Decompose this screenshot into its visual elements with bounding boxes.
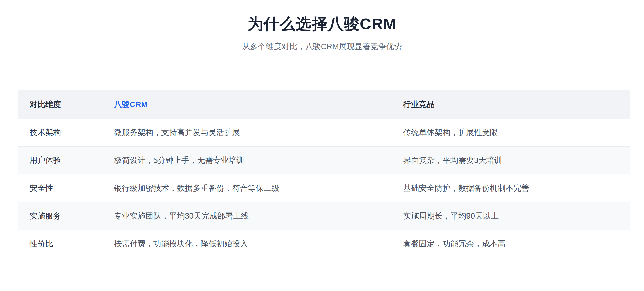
page-title: 为什么选择八骏CRM — [0, 14, 644, 34]
section-header: 为什么选择八骏CRM 从多个维度对比，八骏CRM展现显著竞争优势 — [0, 0, 644, 52]
bajun-cell: 微服务架构，支持高并发与灵活扩展 — [103, 119, 392, 146]
bajun-cell: 银行级加密技术，数据多重备份，符合等保三级 — [103, 174, 392, 202]
competitor-cell: 界面复杂，平均需要3天培训 — [392, 146, 630, 174]
dimension-cell: 安全性 — [18, 174, 103, 202]
why-choose-section: 为什么选择八骏CRM 从多个维度对比，八骏CRM展现显著竞争优势 对比维度 八骏… — [0, 0, 644, 291]
comparison-table: 对比维度 八骏CRM 行业竞品 技术架构 微服务架构，支持高并发与灵活扩展 传统… — [18, 90, 630, 258]
competitor-cell: 实施周期长，平均90天以上 — [392, 202, 630, 230]
comparison-table-wrapper: 对比维度 八骏CRM 行业竞品 技术架构 微服务架构，支持高并发与灵活扩展 传统… — [18, 90, 630, 258]
column-header-bajun-crm: 八骏CRM — [103, 90, 392, 119]
dimension-cell: 性价比 — [18, 230, 103, 258]
competitor-cell: 传统单体架构，扩展性受限 — [392, 119, 630, 146]
column-header-dimension: 对比维度 — [18, 90, 103, 119]
table-row: 实施服务 专业实施团队，平均30天完成部署上线 实施周期长，平均90天以上 — [18, 202, 630, 230]
dimension-cell: 实施服务 — [18, 202, 103, 230]
column-header-competitor: 行业竞品 — [392, 90, 630, 119]
table-row: 性价比 按需付费，功能模块化，降低初始投入 套餐固定，功能冗余，成本高 — [18, 230, 630, 258]
competitor-cell: 套餐固定，功能冗余，成本高 — [392, 230, 630, 258]
table-row: 技术架构 微服务架构，支持高并发与灵活扩展 传统单体架构，扩展性受限 — [18, 119, 630, 146]
dimension-cell: 用户体验 — [18, 146, 103, 174]
bajun-cell: 极简设计，5分钟上手，无需专业培训 — [103, 146, 392, 174]
bajun-cell: 专业实施团队，平均30天完成部署上线 — [103, 202, 392, 230]
competitor-cell: 基础安全防护，数据备份机制不完善 — [392, 174, 630, 202]
page-subtitle: 从多个维度对比，八骏CRM展现显著竞争优势 — [0, 41, 644, 52]
bajun-cell: 按需付费，功能模块化，降低初始投入 — [103, 230, 392, 258]
table-row: 用户体验 极简设计，5分钟上手，无需专业培训 界面复杂，平均需要3天培训 — [18, 146, 630, 174]
dimension-cell: 技术架构 — [18, 119, 103, 146]
table-row: 安全性 银行级加密技术，数据多重备份，符合等保三级 基础安全防护，数据备份机制不… — [18, 174, 630, 202]
table-header-row: 对比维度 八骏CRM 行业竞品 — [18, 90, 630, 119]
